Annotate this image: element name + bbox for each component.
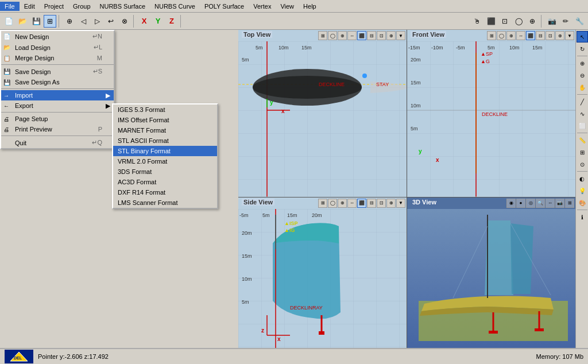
vp-front-btn7[interactable]: ⊡	[546, 31, 555, 40]
rt-measure[interactable]: 📏	[577, 134, 588, 146]
vp-top-btn6[interactable]: ⊟	[367, 31, 376, 40]
submenu-dxf[interactable]: DXF R14 Format	[113, 187, 217, 198]
rt-info[interactable]: ℹ	[577, 211, 588, 223]
tb-y-axis[interactable]: Y	[152, 15, 164, 28]
menu-item-merge[interactable]: 📋 Merge Design M	[1, 53, 114, 63]
rt-light[interactable]: 💡	[577, 185, 588, 196]
tb-select[interactable]: ⊞	[44, 15, 56, 28]
submenu-3ds[interactable]: 3DS Format	[113, 166, 217, 177]
vp-top-more[interactable]: ▼	[396, 31, 405, 40]
vp-front-btn5[interactable]: ⬛	[526, 31, 535, 40]
submenu-lms[interactable]: LMS Scanner Format	[113, 198, 217, 208]
rt-zoom-out[interactable]: ⊖	[577, 69, 588, 81]
vp-front-btn3[interactable]: ⊕	[506, 31, 516, 40]
vp-3d-btn7[interactable]: ⊞	[565, 199, 574, 208]
tb-right-4[interactable]: ◯	[512, 15, 525, 28]
menu-item-export[interactable]: ← Export ▶	[1, 100, 114, 111]
vp-side-zoom[interactable]: ⊕	[386, 199, 396, 208]
tb-right-1[interactable]: 🖱	[471, 15, 483, 28]
submenu-vrml[interactable]: VRML 2.0 Format	[113, 156, 217, 166]
vp-side-btn6[interactable]: ⊟	[367, 199, 376, 208]
vp-side-btn4[interactable]: ↔	[347, 199, 357, 208]
menu-view[interactable]: View	[276, 2, 299, 11]
vp-side-btn7[interactable]: ⊡	[377, 199, 386, 208]
menu-nurbs-curve[interactable]: NURBS Curve	[150, 2, 200, 11]
menu-group[interactable]: Group	[68, 2, 95, 11]
menu-item-load[interactable]: 📂 Load Design ↵L	[1, 42, 114, 53]
vp-3d-btn4[interactable]: 🔍	[536, 199, 545, 208]
menu-poly-surface[interactable]: POLY Surface	[200, 2, 249, 11]
tb-z-axis[interactable]: Z	[165, 15, 178, 28]
front-viewport[interactable]: Front View ⊞ ◯ ⊕ ↔ ⬛ ⊟ ⊡ ⊕ ▼	[407, 30, 575, 197]
menu-file[interactable]: File	[0, 2, 20, 11]
vp-front-more[interactable]: ▼	[565, 31, 574, 40]
menu-nurbs-surface[interactable]: NURBS Surface	[95, 2, 150, 11]
vp-front-btn6[interactable]: ⊟	[536, 31, 545, 40]
vp-front-zoom[interactable]: ⊕	[555, 31, 564, 40]
menu-item-save[interactable]: 💾 Save Design ↵S	[1, 66, 114, 77]
tb-right-3[interactable]: ⊡	[498, 15, 511, 28]
menu-item-save-as[interactable]: 💾 Save Design As	[1, 77, 114, 87]
rt-snap[interactable]: ⊙	[577, 158, 588, 170]
rt-shade[interactable]: ◐	[577, 173, 588, 184]
menu-edit[interactable]: Edit	[20, 2, 40, 11]
vp-front-btn2[interactable]: ◯	[497, 31, 506, 40]
vp-side-btn3[interactable]: ⊕	[338, 199, 347, 208]
rt-select[interactable]: ↖	[577, 31, 588, 42]
vp-front-btn1[interactable]: ⊞	[487, 31, 496, 40]
vp-top-btn7[interactable]: ⊡	[377, 31, 386, 40]
menu-item-quit[interactable]: Quit ↵Q	[1, 137, 114, 148]
tb-btn-5[interactable]: ⊗	[118, 15, 131, 28]
vp-side-btn2[interactable]: ◯	[328, 199, 337, 208]
menu-help[interactable]: Help	[299, 2, 321, 11]
rt-texture[interactable]: 🎨	[577, 197, 588, 208]
tb-x-axis[interactable]: X	[138, 15, 150, 28]
vp-3d-btn2[interactable]: ●	[516, 199, 525, 208]
menu-item-print-preview[interactable]: 🖨 Print Preview P	[1, 124, 114, 134]
vp-top-zoom[interactable]: ⊕	[386, 31, 396, 40]
side-viewport[interactable]: Side View ⊞ ◯ ⊕ ↔ ⬛ ⊟ ⊡ ⊕ ▼	[238, 198, 407, 365]
tb-btn-3[interactable]: ▷	[91, 15, 103, 28]
submenu-iges[interactable]: IGES 5.3 Format	[113, 104, 217, 115]
rt-surface[interactable]: ⬜	[577, 120, 588, 131]
vp-side-more[interactable]: ▼	[396, 199, 405, 208]
vp-top-btn2[interactable]: ◯	[328, 31, 337, 40]
tb-right-2[interactable]: ⬛	[485, 15, 497, 28]
submenu-stl-ascii[interactable]: STL ASCII Format	[113, 135, 217, 146]
submenu-marnet[interactable]: MARNET Format	[113, 125, 217, 135]
rt-pan[interactable]: ✋	[577, 82, 588, 93]
menu-vertex[interactable]: Vertex	[249, 2, 276, 11]
rt-grid[interactable]: ⊞	[577, 146, 588, 158]
menu-project[interactable]: Project	[40, 2, 68, 11]
vp-3d-btn6[interactable]: 📷	[555, 199, 564, 208]
rt-zoom-in[interactable]: ⊕	[577, 57, 588, 69]
threed-viewport[interactable]: 3D View ◉ ● ◎ 🔍 ↔ 📷 ⊞	[407, 198, 575, 365]
tb-btn-4[interactable]: ↩	[105, 15, 117, 28]
rt-line[interactable]: ╱	[577, 96, 588, 107]
vp-front-btn4[interactable]: ↔	[516, 31, 525, 40]
vp-3d-btn5[interactable]: ↔	[546, 199, 555, 208]
tb-btn-2[interactable]: ◁	[77, 15, 90, 28]
vp-top-btn3[interactable]: ⊕	[338, 31, 347, 40]
vp-3d-btn3[interactable]: ◎	[526, 199, 535, 208]
submenu-ims[interactable]: IMS Offset Format	[113, 115, 217, 125]
tb-right-8[interactable]: 🔧	[573, 15, 586, 28]
menu-item-import[interactable]: → Import ▶	[1, 90, 114, 100]
vp-top-btn5[interactable]: ⬛	[357, 31, 366, 40]
tb-right-6[interactable]: 📷	[546, 15, 558, 28]
top-viewport[interactable]: Top View ⊞ ◯ ⊕ ↔ ⬛ ⊟ ⊡ ⊕ ▼	[238, 30, 407, 197]
rt-curve[interactable]: ∿	[577, 108, 588, 119]
menu-item-new[interactable]: 📄 New Design ↵N	[1, 31, 114, 42]
vp-top-btn1[interactable]: ⊞	[318, 31, 327, 40]
tb-btn-1[interactable]: ⊕	[63, 15, 76, 28]
tb-right-7[interactable]: ✏	[559, 15, 572, 28]
tb-right-5[interactable]: ⊕	[526, 15, 539, 28]
vp-side-btn5[interactable]: ⬛	[357, 199, 366, 208]
rt-rotate[interactable]: ↻	[577, 43, 588, 55]
vp-side-btn1[interactable]: ⊞	[318, 199, 327, 208]
menu-item-page-setup[interactable]: 🖨 Page Setup	[1, 114, 114, 124]
submenu-ac3d[interactable]: AC3D Format	[113, 177, 217, 187]
tb-save[interactable]: 💾	[30, 15, 42, 28]
vp-top-btn4[interactable]: ↔	[347, 31, 357, 40]
vp-3d-btn1[interactable]: ◉	[506, 199, 516, 208]
